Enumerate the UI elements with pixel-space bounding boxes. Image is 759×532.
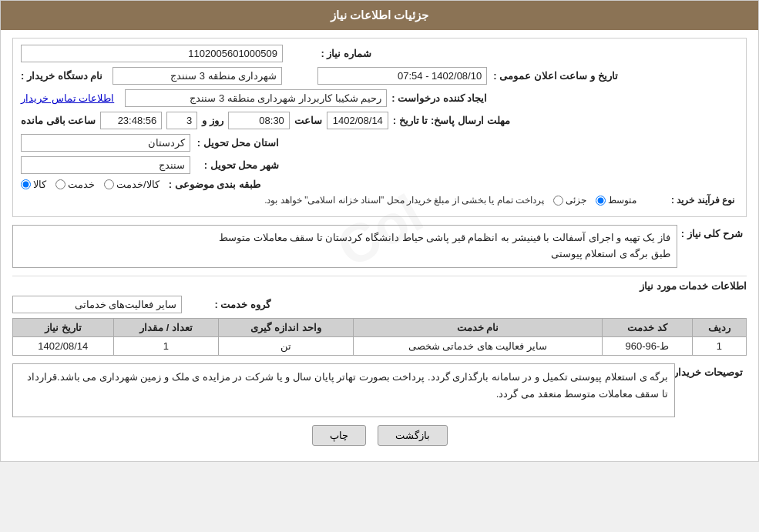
page-container: Col جزئیات اطلاعات نیاز شماره نیاز : 110…: [0, 0, 759, 462]
col-name: نام خدمت: [353, 318, 602, 336]
main-form-section: شماره نیاز : 1102005601000509 تاریخ و سا…: [12, 38, 747, 217]
farande-motavasset-radio[interactable]: [596, 196, 606, 206]
col-radif: ردیف: [692, 318, 746, 336]
tabaqe-kala-label: کالا: [33, 179, 46, 190]
tousihaat-row: توصیحات خریدار : برگه ی استعلام پیوستی ت…: [12, 363, 747, 417]
group-label: گروه خدمت :: [182, 299, 274, 310]
sharh-text: فاز یک تهیه و اجرای آسفالت با فینیشر به …: [219, 232, 670, 259]
mohlat-row: مهلت ارسال پاسخ: تا تاریخ : 1402/08/14 س…: [21, 112, 738, 129]
print-button[interactable]: چاپ: [312, 425, 366, 446]
shahr-label: شهر محل تحویل :: [190, 159, 283, 171]
farande-note: پرداخت تمام یا بخشی از مبلغ خریدار محل "…: [21, 195, 544, 206]
tousihaat-label: توصیحات خریدار :: [675, 363, 747, 378]
tabaqe-khadmat-radio[interactable]: [55, 179, 65, 189]
col-tarikh: تاریخ نیاز: [13, 318, 114, 336]
khadamat-table: ردیف کد خدمت نام خدمت واحد اندازه گیری ت…: [12, 318, 747, 356]
tousihaat-value: برگه ی استعلام پیوستی تکمیل و در سامانه …: [12, 363, 675, 417]
khadamat-title: اطلاعات خدمات مورد نیاز: [12, 276, 747, 292]
page-title: جزئیات اطلاعات نیاز: [1, 1, 758, 30]
shahr-row: شهر محل تحویل : سنندج: [21, 156, 738, 174]
farande-motavasset[interactable]: متوسط: [596, 195, 636, 206]
mohlat-date-value: 1402/08/14: [327, 112, 388, 129]
col-kod: کد خدمت: [603, 318, 693, 336]
ostan-row: استان محل تحویل : کردستان: [21, 134, 738, 152]
cell-tarikh: 1402/08/14: [13, 336, 114, 355]
table-row: 1 ط-96-960 سایر فعالیت های خدماتی شخصی ت…: [13, 336, 747, 355]
mohlat-roz-value: 3: [166, 112, 197, 129]
ijad-konande-row: ایجاد کننده درخواست : رحیم شکیبا کاربردا…: [21, 89, 738, 107]
tarikh-elaan-value: 1402/08/10 - 07:54: [317, 67, 487, 85]
farande-jozi-radio[interactable]: [553, 196, 563, 206]
group-value: سایر فعالیت‌های خدماتی: [12, 296, 182, 313]
group-row: گروه خدمت : سایر فعالیت‌های خدماتی: [12, 296, 747, 313]
cell-tedad: 1: [113, 336, 219, 355]
tabaqe-row: طبقه بندی موضوعی : کالا/خدمت خدمت کالا: [21, 179, 738, 190]
sharh-label: شرح کلی نیاز :: [677, 225, 747, 239]
tousihaat-text: برگه ی استعلام پیوستی تکمیل و در سامانه …: [27, 371, 668, 400]
sharh-value: فاز یک تهیه و اجرای آسفالت با فینیشر به …: [12, 225, 677, 268]
col-tedad: تعداد / مقدار: [113, 318, 219, 336]
mohlat-remaining-value: 23:48:56: [100, 112, 162, 129]
cell-vahed: تن: [219, 336, 353, 355]
tarikh-elaan-label: تاریخ و ساعت اعلان عمومی :: [493, 70, 621, 82]
nam-dastgah-value: شهرداری منطقه 3 سنندج: [113, 67, 282, 85]
tabaqe-kala-radio[interactable]: [21, 179, 31, 189]
mohlat-saat-value: 08:30: [228, 112, 290, 129]
farande-jozi[interactable]: جزئی: [553, 195, 586, 206]
farande-motavasset-label: متوسط: [608, 195, 636, 206]
ostan-value: کردستان: [21, 134, 190, 152]
ostan-label: استان محل تحویل :: [190, 137, 283, 149]
content-area: شماره نیاز : 1102005601000509 تاریخ و سا…: [1, 30, 758, 461]
ijad-konande-value: رحیم شکیبا کاربردار شهرداری منطقه 3 سنند…: [125, 89, 387, 107]
remaining-label: ساعت باقی مانده: [21, 115, 96, 126]
mohlat-label: مهلت ارسال پاسخ: تا تاریخ :: [393, 115, 514, 126]
farande-row: نوع فرآیند خرید : متوسط جزئی پرداخت تمام…: [21, 195, 738, 206]
cell-name: سایر فعالیت های خدماتی شخصی: [353, 336, 602, 355]
col-vahed: واحد اندازه گیری: [219, 318, 353, 336]
back-button[interactable]: بازگشت: [378, 425, 448, 446]
farande-label: نوع فرآیند خرید :: [646, 195, 738, 206]
roz-label: روز و: [202, 115, 223, 126]
tabaqe-label: طبقه بندی موضوعی :: [169, 179, 264, 190]
tabaqe-khadmat-label: خدمت: [68, 179, 95, 190]
shahr-value: سنندج: [21, 156, 190, 174]
nam-dastgah-label: نام دستگاه خریدار :: [21, 70, 106, 82]
khadamat-table-section: ردیف کد خدمت نام خدمت واحد اندازه گیری ت…: [12, 318, 747, 356]
cell-radif: 1: [692, 336, 746, 355]
shomare-niaz-value: 1102005601000509: [21, 45, 283, 62]
ijad-konande-label: ایجاد کننده درخواست :: [391, 92, 491, 104]
farande-jozi-label: جزئی: [566, 195, 586, 206]
tabaqe-kala-khadmat-radio[interactable]: [104, 179, 114, 189]
ettelaat-tamas-link[interactable]: اطلاعات تماس خریدار: [21, 92, 114, 104]
tabaqe-khadmat[interactable]: خدمت: [55, 179, 95, 190]
saat-label: ساعت: [294, 115, 322, 126]
cell-kod: ط-96-960: [603, 336, 693, 355]
tabaqe-kala[interactable]: کالا: [21, 179, 46, 190]
shomare-niaz-row: شماره نیاز : 1102005601000509: [21, 45, 738, 62]
shomare-niaz-label: شماره نیاز :: [283, 48, 375, 59]
button-row: بازگشت چاپ: [12, 425, 747, 446]
tabaqe-kala-khadmat-label: کالا/خدمت: [116, 179, 160, 190]
tarikh-elaan-row: تاریخ و ساعت اعلان عمومی : 1402/08/10 - …: [21, 67, 738, 85]
sharh-row: شرح کلی نیاز : فاز یک تهیه و اجرای آسفال…: [12, 225, 747, 271]
tabaqe-kala-khadmat[interactable]: کالا/خدمت: [104, 179, 160, 190]
